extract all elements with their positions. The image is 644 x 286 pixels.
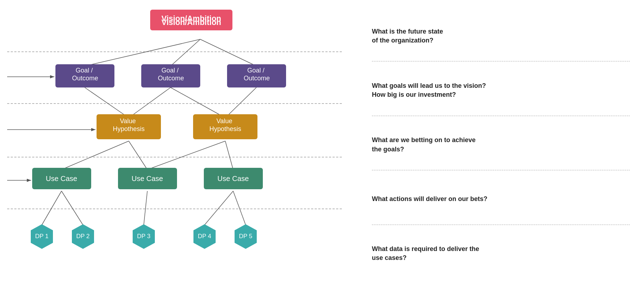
label-row-2: What goals will lead us to the vision?Ho… [372, 61, 630, 115]
svg-text:Vision/Ambition: Vision/Ambition [161, 18, 221, 27]
svg-line-21 [144, 191, 147, 225]
hypothesis-1-node: Value Hypothesis [97, 114, 161, 139]
svg-text:Use Case: Use Case [217, 175, 249, 182]
svg-line-20 [62, 191, 83, 225]
label-text-4: What actions will deliver on our bets? [372, 195, 487, 204]
goal-1-node: Goal / Outcome [55, 64, 114, 87]
svg-line-18 [225, 141, 233, 170]
goal-2-node: Goal / Outcome [141, 64, 200, 87]
usecase-2-node: Use Case [118, 168, 177, 189]
goal-3-node: Goal / Outcome [227, 64, 286, 87]
label-row-3: What are we betting on to achievethe goa… [372, 116, 630, 170]
hypothesis-2-node: Value Hypothesis [193, 114, 257, 139]
usecase-1-node: Use Case [32, 168, 91, 189]
svg-line-23 [233, 191, 246, 225]
svg-text:DP 5: DP 5 [239, 233, 252, 240]
svg-text:Use Case: Use Case [132, 175, 163, 182]
svg-text:Use Case: Use Case [46, 175, 77, 182]
svg-line-15 [62, 141, 129, 170]
svg-line-16 [129, 141, 147, 170]
label-text-5: What data is required to deliver theuse … [372, 245, 479, 262]
svg-line-19 [42, 191, 62, 225]
svg-text:DP 1: DP 1 [35, 233, 49, 240]
label-row-4: What actions will deliver on our bets? [372, 170, 630, 224]
label-row-1: What is the future stateof the organizat… [372, 11, 630, 61]
svg-line-8 [85, 39, 200, 66]
svg-line-13 [171, 87, 225, 118]
dp-5-node: DP 5 [235, 224, 257, 249]
usecase-3-node: Use Case [204, 168, 263, 189]
svg-text:DP 4: DP 4 [198, 233, 211, 240]
svg-text:DP 3: DP 3 [137, 233, 151, 240]
label-text-2: What goals will lead us to the vision?Ho… [372, 81, 486, 99]
svg-text:DP 2: DP 2 [76, 233, 90, 240]
svg-line-10 [200, 39, 256, 66]
svg-line-14 [225, 87, 256, 118]
svg-line-11 [85, 87, 129, 118]
svg-line-12 [129, 87, 171, 118]
dp-3-node: DP 3 [133, 224, 155, 249]
dp-1-node: DP 1 [31, 224, 53, 249]
label-text-3: What are we betting on to achievethe goa… [372, 136, 476, 154]
dp-2-node: DP 2 [72, 224, 94, 249]
dp-4-node: DP 4 [193, 224, 216, 249]
svg-line-9 [171, 39, 200, 66]
svg-line-22 [205, 191, 233, 225]
svg-line-17 [147, 141, 225, 170]
vision-node: Vision/Ambition Vision/Ambition [150, 10, 232, 30]
labels-area: What is the future stateof the organizat… [358, 0, 644, 286]
label-text-1: What is the future stateof the organizat… [372, 27, 443, 45]
label-row-5: What data is required to deliver theuse … [372, 225, 630, 279]
